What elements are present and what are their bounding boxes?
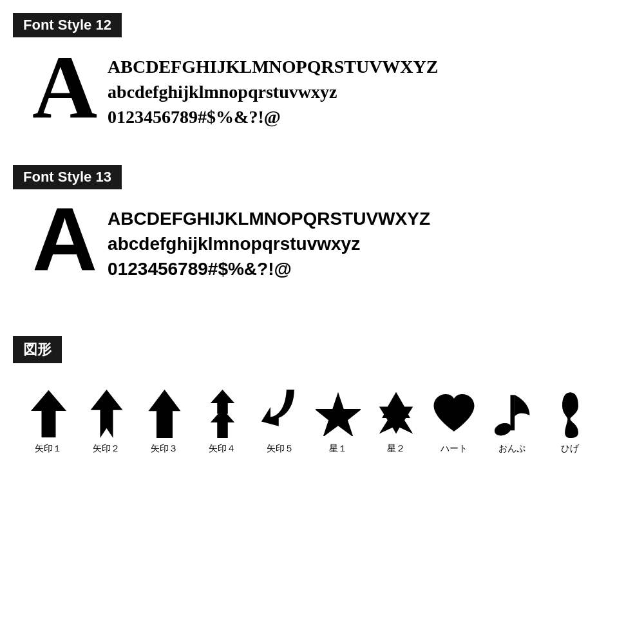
font-style-13-line-2: abcdefghijklmnopqrstuvwxyz — [108, 231, 430, 256]
hoshi1-label: 星１ — [329, 443, 347, 455]
hoshi2-label: 星２ — [387, 443, 405, 455]
onpu-label: おんぷ — [498, 443, 526, 455]
svg-marker-6 — [316, 392, 361, 436]
shape-onpu: おんぷ — [483, 388, 541, 455]
shape-yajirushi3: 矢印３ — [135, 388, 193, 455]
font-style-12-demo: A ABCDEFGHIJKLMNOPQRSTUVWXYZ abcdefghijk… — [13, 49, 631, 133]
shape-hoshi1: 星１ — [309, 388, 367, 455]
yajirushi2-label: 矢印２ — [93, 443, 120, 455]
shapes-section: 図形 矢印１ 矢印２ — [13, 336, 631, 455]
shape-yajirushi2: 矢印２ — [77, 388, 135, 455]
yajirushi4-icon — [200, 388, 245, 439]
shape-yajirushi4: 矢印４ — [193, 388, 251, 455]
font-style-12-line-1: ABCDEFGHIJKLMNOPQRSTUVWXYZ — [108, 54, 438, 79]
yajirushi2-icon — [84, 388, 129, 439]
shape-yajirushi1: 矢印１ — [19, 388, 77, 455]
font-style-12-line-2: abcdefghijklmnopqrstuvwxyz — [108, 79, 438, 104]
yajirushi3-icon — [142, 388, 187, 439]
font-style-12-char-lines: ABCDEFGHIJKLMNOPQRSTUVWXYZ abcdefghijklm… — [108, 49, 438, 130]
shape-hige: ひげ — [541, 388, 599, 455]
hoshi1-icon — [316, 388, 361, 439]
page: Font Style 12 A ABCDEFGHIJKLMNOPQRSTUVWX… — [0, 0, 644, 468]
font-style-13-section: Font Style 13 A ABCDEFGHIJKLMNOPQRSTUVWX… — [13, 165, 631, 285]
svg-marker-5 — [210, 409, 234, 438]
shapes-label: 図形 — [13, 336, 62, 363]
yajirushi5-icon — [258, 388, 303, 439]
yajirushi3-label: 矢印３ — [151, 443, 178, 455]
font-style-13-line-3: 0123456789#$%&?!@ — [108, 256, 430, 281]
font-style-12-label: Font Style 12 — [13, 13, 122, 37]
shapes-row: 矢印１ 矢印２ 矢印３ — [13, 375, 631, 455]
font-style-13-char-lines: ABCDEFGHIJKLMNOPQRSTUVWXYZ abcdefghijklm… — [108, 201, 430, 282]
heart-icon — [431, 388, 477, 439]
heart-label: ハート — [440, 443, 468, 455]
yajirushi5-label: 矢印５ — [267, 443, 294, 455]
svg-marker-0 — [31, 390, 66, 437]
svg-rect-11 — [511, 395, 515, 430]
onpu-icon — [489, 388, 535, 439]
font-style-13-big-letter: A — [32, 194, 97, 285]
yajirushi1-icon — [26, 388, 71, 439]
font-style-13-demo: A ABCDEFGHIJKLMNOPQRSTUVWXYZ abcdefghijk… — [13, 201, 631, 285]
font-style-13-line-1: ABCDEFGHIJKLMNOPQRSTUVWXYZ — [108, 206, 430, 231]
svg-point-10 — [493, 421, 513, 437]
shape-heart: ハート — [425, 388, 483, 455]
svg-marker-3 — [148, 390, 180, 438]
hoshi2-icon — [374, 388, 419, 439]
hige-icon — [547, 388, 592, 439]
font-style-12-big-letter: A — [32, 43, 97, 133]
font-style-13-label: Font Style 13 — [13, 165, 122, 189]
hige-label: ひげ — [561, 443, 579, 455]
font-style-12-line-3: 0123456789#$%&?!@ — [108, 104, 438, 129]
yajirushi1-label: 矢印１ — [35, 443, 62, 455]
shape-yajirushi5: 矢印５ — [251, 388, 309, 455]
yajirushi4-label: 矢印４ — [209, 443, 236, 455]
font-style-12-section: Font Style 12 A ABCDEFGHIJKLMNOPQRSTUVWX… — [13, 13, 631, 133]
shape-hoshi2: 星２ — [367, 388, 425, 455]
